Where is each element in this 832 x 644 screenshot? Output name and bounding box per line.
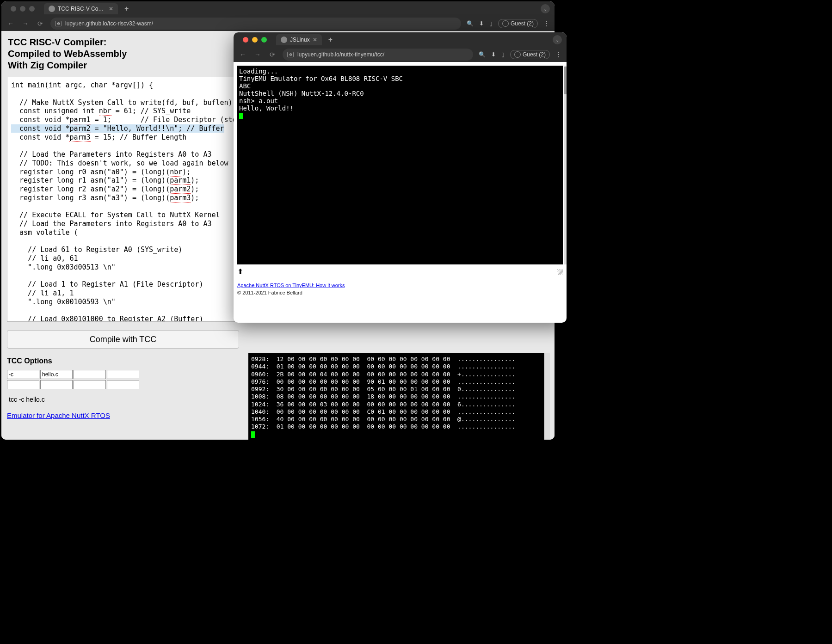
tabs-dropdown-button[interactable]: ⌄: [553, 35, 562, 44]
sidepanel-icon[interactable]: ▯: [489, 20, 493, 27]
address-bar[interactable]: ⚙ lupyuen.github.io/nuttx-tinyemu/tcc/: [283, 49, 473, 61]
maximize-window-button[interactable]: [29, 6, 35, 12]
option-input[interactable]: [74, 370, 106, 379]
upload-icon[interactable]: ⬆: [237, 267, 243, 276]
copyright-text: © 2011-2021 Fabrice Bellard: [237, 290, 563, 295]
favicon-icon: [49, 6, 55, 12]
profile-label: Guest (2): [523, 51, 546, 58]
url-text: lupyuen.github.io/tcc-riscv32-wasm/: [65, 20, 456, 27]
compile-button[interactable]: Compile with TCC: [7, 330, 239, 349]
hexdump-output: 0928: 12 00 00 00 00 00 00 00 00 00 00 0…: [248, 353, 544, 440]
close-window-button[interactable]: [11, 6, 16, 12]
downloads-icon[interactable]: ⬇: [491, 51, 496, 58]
option-input[interactable]: [74, 380, 106, 389]
reference-link[interactable]: Apache NuttX RTOS on TinyEMU: How it wor…: [237, 282, 563, 288]
browser-tab[interactable]: JSLinux ✕: [276, 34, 322, 45]
cursor: [239, 113, 243, 119]
emulator-link[interactable]: Emulator for Apache NuttX RTOS: [7, 411, 110, 419]
site-settings-icon[interactable]: ⚙: [55, 21, 62, 26]
compile-button-label: Compile with TCC: [90, 335, 157, 344]
url-bar: ← → ⟳ ⚙ lupyuen.github.io/nuttx-tinyemu/…: [234, 47, 567, 62]
terminal[interactable]: Loading... TinyEMU Emulator for Ox64 BL8…: [237, 66, 563, 264]
tabs-dropdown-button[interactable]: ⌄: [541, 4, 550, 13]
terminal-scrollbar[interactable]: [564, 66, 567, 264]
browser-chrome: TCC RISC-V Compiler: Compi… ✕ + ⌄ ← → ⟳ …: [1, 1, 555, 31]
reload-button[interactable]: ⟳: [268, 51, 277, 58]
foreground-browser-window: JSLinux ✕ + ⌄ ← → ⟳ ⚙ lupyuen.github.io/…: [234, 32, 567, 323]
forward-button[interactable]: →: [21, 20, 30, 27]
reload-button[interactable]: ⟳: [36, 20, 45, 27]
profile-badge[interactable]: Guest (2): [510, 50, 550, 59]
url-text: lupyuen.github.io/nuttx-tinyemu/tcc/: [297, 51, 468, 58]
site-settings-icon[interactable]: ⚙: [287, 52, 294, 57]
scroll-handle[interactable]: [564, 67, 567, 94]
close-tab-icon[interactable]: ✕: [109, 6, 113, 12]
option-input[interactable]: [7, 370, 39, 379]
profile-badge[interactable]: Guest (2): [498, 19, 538, 28]
option-input[interactable]: [107, 370, 139, 379]
profile-avatar-icon: [514, 51, 521, 58]
cursor: [251, 431, 255, 438]
browser-chrome: JSLinux ✕ + ⌄ ← → ⟳ ⚙ lupyuen.github.io/…: [234, 32, 567, 62]
upload-row: ⬆: [237, 267, 563, 276]
new-tab-button[interactable]: +: [326, 36, 335, 44]
chrome-menu-button[interactable]: ⋮: [555, 51, 562, 58]
minimize-window-button[interactable]: [20, 6, 25, 12]
url-bar: ← → ⟳ ⚙ lupyuen.github.io/tcc-riscv32-wa…: [1, 16, 555, 31]
hexdump-scrollbar[interactable]: [545, 353, 550, 440]
resize-grip[interactable]: [557, 269, 563, 275]
back-button[interactable]: ←: [238, 51, 247, 58]
browser-tab[interactable]: TCC RISC-V Compiler: Compi… ✕: [44, 3, 118, 14]
option-input[interactable]: [40, 370, 73, 379]
close-window-button[interactable]: [243, 37, 248, 43]
downloads-icon[interactable]: ⬇: [479, 20, 484, 27]
favicon-icon: [281, 37, 287, 43]
profile-label: Guest (2): [511, 20, 534, 27]
option-input[interactable]: [40, 380, 73, 389]
sidepanel-icon[interactable]: ▯: [501, 51, 505, 58]
back-button[interactable]: ←: [6, 20, 15, 27]
tab-title: TCC RISC-V Compiler: Compi…: [58, 6, 106, 12]
window-controls: [238, 37, 271, 43]
maximize-window-button[interactable]: [261, 37, 267, 43]
chrome-right-icons: 🔍 ⬇ ▯ Guest (2) ⋮: [479, 50, 562, 59]
forward-button[interactable]: →: [253, 51, 262, 58]
tab-title: JSLinux: [290, 37, 310, 43]
new-tab-button[interactable]: +: [122, 5, 131, 13]
chrome-menu-button[interactable]: ⋮: [543, 20, 550, 27]
profile-avatar-icon: [502, 20, 509, 27]
option-input[interactable]: [107, 380, 139, 389]
close-tab-icon[interactable]: ✕: [313, 37, 317, 43]
tab-bar: TCC RISC-V Compiler: Compi… ✕ + ⌄: [1, 1, 555, 16]
chrome-right-icons: 🔍 ⬇ ▯ Guest (2) ⋮: [467, 19, 550, 28]
address-bar[interactable]: ⚙ lupyuen.github.io/tcc-riscv32-wasm/: [50, 18, 461, 30]
page-body: Loading... TinyEMU Emulator for Ox64 BL8…: [234, 62, 567, 323]
tab-bar: JSLinux ✕ + ⌄: [234, 32, 567, 47]
option-input[interactable]: [7, 380, 39, 389]
window-controls: [6, 6, 39, 12]
zoom-icon[interactable]: 🔍: [479, 51, 486, 58]
zoom-icon[interactable]: 🔍: [467, 20, 474, 27]
minimize-window-button[interactable]: [252, 37, 258, 43]
